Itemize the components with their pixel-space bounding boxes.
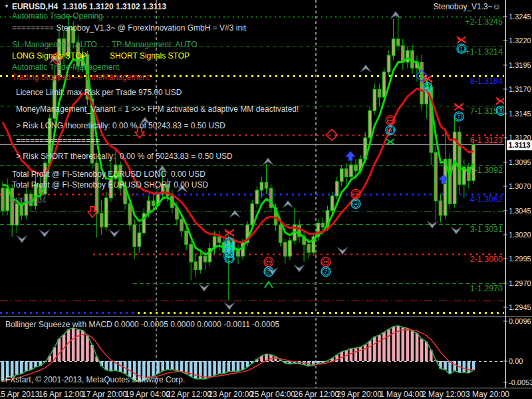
candle-body bbox=[190, 245, 193, 262]
level-label: +2-1.3245 bbox=[465, 17, 503, 27]
indicator-histogram-bar bbox=[161, 361, 164, 371]
indicator-histogram-bar bbox=[467, 361, 471, 373]
indicator-histogram-bar bbox=[382, 332, 386, 361]
time-axis-label: 26 Apr 12:00 bbox=[294, 390, 339, 399]
indicator-histogram-bar bbox=[217, 361, 221, 374]
price-tick-label: 1.3070 bbox=[509, 182, 531, 190]
indicator-histogram-bar bbox=[368, 341, 372, 361]
stop-signal-icon bbox=[264, 257, 273, 267]
ea-line-separator: ================== bbox=[16, 136, 100, 145]
candle-body bbox=[307, 245, 311, 253]
indicator-histogram-bar bbox=[176, 361, 179, 370]
time-axis-label: 22 Apr 12:00 bbox=[166, 390, 211, 399]
tp-level-badge: 1 bbox=[457, 44, 466, 53]
time-axis-label: 15 Apr 2013 bbox=[0, 390, 40, 399]
candle-body bbox=[387, 55, 390, 72]
indicator-histogram-bar bbox=[402, 327, 405, 361]
ea-line-init: ========= Stenoboy_V1.3~ @ ForexInnovati… bbox=[12, 24, 246, 33]
indicator-histogram-bar bbox=[25, 361, 28, 371]
tp-level-number: 8 bbox=[426, 84, 430, 90]
candle-body bbox=[194, 262, 198, 270]
time-axis-label: 23 Apr 20:00 bbox=[208, 390, 253, 399]
tp-level-number: 7 bbox=[458, 114, 461, 120]
candle-body bbox=[434, 152, 438, 201]
candle-body bbox=[237, 250, 240, 256]
indicator-histogram-bar bbox=[208, 361, 211, 378]
mt4-chart-window: +2-1.3245+1-1.32148-1.31847-1.31536-1.31… bbox=[0, 0, 532, 399]
candle-body bbox=[180, 219, 184, 231]
indicator-histogram-bar bbox=[237, 361, 240, 371]
indicator-histogram-bar bbox=[1, 361, 5, 382]
ea-line-money-mgmt: MoneyManagement_Variant = 1 >>> FFM acti… bbox=[16, 105, 299, 114]
indicator-histogram-bar bbox=[406, 329, 410, 361]
candle-body bbox=[402, 46, 405, 63]
price-tick-label: 1.3145 bbox=[509, 110, 531, 118]
candle-body bbox=[104, 198, 108, 227]
indicator-histogram-bar bbox=[378, 335, 381, 361]
level-label: 8-1.3184 bbox=[470, 76, 503, 86]
candle-body bbox=[138, 233, 141, 246]
candle-body bbox=[185, 231, 188, 244]
indicator-histogram-bar bbox=[222, 361, 225, 373]
candle-body bbox=[255, 190, 259, 203]
ea-line-trading-stopped: Trading Stopped --> TimeManagement bbox=[12, 73, 149, 82]
candle-body bbox=[350, 165, 353, 176]
indicator-histogram-bar bbox=[373, 336, 376, 361]
candle-body bbox=[373, 89, 376, 110]
chevron-down-icon[interactable]: ▼ bbox=[4, 2, 9, 11]
candle-body bbox=[265, 182, 268, 188]
indicator-histogram-bar bbox=[180, 361, 184, 372]
ea-watermark: Stenoboy_V1.3~☺ bbox=[434, 3, 501, 11]
level-label: +1-1.3214 bbox=[465, 47, 503, 57]
level-label: 6-1.3123 bbox=[470, 136, 503, 145]
indicator-histogram-bar bbox=[67, 329, 70, 361]
tp-level-number: 4 bbox=[354, 201, 358, 207]
price-tick-label: 1.3195 bbox=[509, 61, 531, 69]
time-axis-label: 25 Apr 04:00 bbox=[250, 390, 295, 399]
ea-line-licence: Licence Limit: max Risk per Trade 975.00… bbox=[16, 88, 182, 97]
tp-level-number: 2 bbox=[267, 269, 271, 275]
time-axis-label: 29 Apr 20:00 bbox=[336, 390, 382, 399]
tp-level-badge: 4 bbox=[351, 199, 360, 208]
indicator-histogram-bar bbox=[411, 331, 414, 361]
candle-body bbox=[406, 51, 410, 62]
ea-line-trade-mgmt: Automatic Trade-Management bbox=[12, 63, 119, 72]
candle-body bbox=[335, 182, 338, 196]
tp-level-badge: 7 bbox=[454, 112, 464, 121]
candle-body bbox=[128, 203, 132, 225]
candle-body bbox=[152, 201, 155, 205]
price-tick-label: 1.3170 bbox=[509, 85, 531, 93]
time-axis-label: 1 May 04:00 bbox=[380, 390, 424, 399]
indicator-histogram-bar bbox=[463, 361, 466, 372]
candle-body bbox=[420, 63, 424, 104]
indicator-histogram-bar bbox=[194, 361, 198, 379]
price-tick-label: 1.2995 bbox=[509, 255, 531, 263]
candle-body bbox=[411, 51, 414, 68]
tp-level-number: 6 bbox=[389, 128, 392, 134]
ea-line-tp-mgmt: TP-Management: AUTO bbox=[112, 41, 198, 49]
ea-line-long-signals: LONG Signals STOP bbox=[12, 52, 87, 61]
indicator-histogram-bar bbox=[72, 328, 75, 361]
candle-body bbox=[260, 182, 263, 190]
indicator-histogram-bar bbox=[227, 361, 231, 372]
indicator-histogram-bar bbox=[416, 333, 419, 361]
candle-body bbox=[279, 225, 282, 242]
time-axis-label: 19 Apr 04:00 bbox=[125, 390, 170, 399]
indicator-histogram-bar bbox=[171, 361, 174, 370]
order-note: 6233 21.04 bbox=[9, 196, 46, 205]
indicator-histogram-bar bbox=[213, 361, 216, 375]
stop-signal-icon bbox=[351, 190, 360, 199]
price-tick-label: 1.3245 bbox=[509, 13, 531, 21]
candle-body bbox=[203, 256, 207, 262]
level-label: 3-1.3031 bbox=[470, 225, 503, 234]
indicator-histogram-bar bbox=[392, 327, 395, 361]
candle-body bbox=[15, 203, 19, 225]
indicator-histogram-bar bbox=[350, 348, 353, 361]
stop-signal-icon bbox=[386, 116, 395, 125]
candle-body bbox=[345, 169, 348, 177]
indicator-histogram-bar bbox=[76, 330, 80, 361]
indicator-histogram-bar bbox=[29, 361, 33, 370]
tp-level-badge: 6 bbox=[386, 126, 395, 135]
ea-line-risk-long: > Risk LONG theoretically: 0.00 % of 502… bbox=[16, 122, 225, 130]
indicator-histogram-bar bbox=[20, 361, 23, 374]
